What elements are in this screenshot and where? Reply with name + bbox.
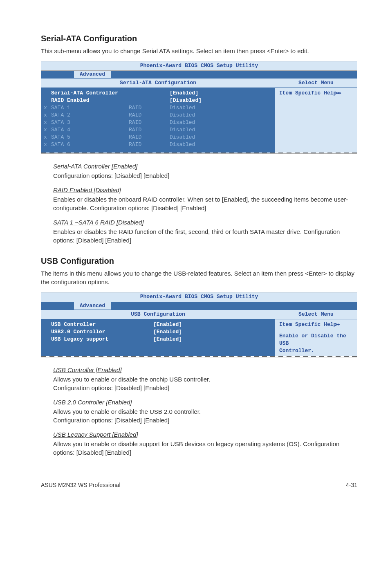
value: Disabled bbox=[170, 119, 215, 126]
bios-header-left: USB Configuration bbox=[41, 310, 275, 319]
label: SATA 2 bbox=[51, 112, 129, 119]
bios-title: Phoenix-Award BIOS CMOS Setup Utility bbox=[41, 292, 357, 302]
help-text: Item Specific Help bbox=[279, 321, 336, 328]
mid bbox=[129, 90, 170, 97]
row-usb20-controller[interactable]: USB2.0 Controller [Enabled] bbox=[51, 328, 275, 336]
option-text: Enables or disables the RAID function of… bbox=[53, 227, 357, 245]
option-heading: USB 2.0 Controller [Enabled] bbox=[53, 398, 357, 406]
row-sata3: x SATA 3 RAID Disabled bbox=[51, 119, 275, 126]
label: USB Legacy support bbox=[51, 336, 153, 343]
option-text: Allows you to enable or disable support … bbox=[53, 440, 357, 457]
option-text: Allows you to enable or disable the USB … bbox=[53, 407, 357, 424]
label: SATA 1 bbox=[51, 104, 129, 112]
label: SATA 3 bbox=[51, 119, 129, 126]
option-text: Enables or disables the onboard RAID con… bbox=[53, 195, 357, 212]
value: Disabled bbox=[170, 141, 215, 148]
row-sata5: x SATA 5 RAID Disabled bbox=[51, 134, 275, 141]
bios-tabs: Advanced bbox=[41, 71, 357, 78]
value: [Enabled] bbox=[153, 321, 198, 328]
footer-right: 4-31 bbox=[346, 481, 357, 489]
serial-ata-intro: This sub-menu allows you to change Seria… bbox=[41, 47, 357, 55]
footer-left: ASUS M2N32 WS Professional bbox=[41, 481, 121, 489]
option-block: RAID Enabled [Disabled] Enables or disab… bbox=[41, 186, 357, 212]
option-heading: SATA 1 ~SATA 6 RAID [Disabled] bbox=[53, 218, 357, 227]
label: SATA 5 bbox=[51, 134, 129, 141]
x-mark: x bbox=[44, 126, 51, 134]
tab-advanced[interactable]: Advanced bbox=[74, 302, 111, 310]
bios-title: Phoenix-Award BIOS CMOS Setup Utility bbox=[41, 61, 357, 71]
bios-body-left: USB Controller [Enabled] USB2.0 Controll… bbox=[41, 319, 275, 356]
help-text: Item Specific Help bbox=[279, 90, 336, 96]
page-footer: ASUS M2N32 WS Professional 4-31 bbox=[41, 481, 357, 489]
row-sata1: x SATA 1 RAID Disabled bbox=[51, 104, 275, 112]
label: RAID Enabled bbox=[51, 97, 129, 104]
row-usb-controller[interactable]: USB Controller [Enabled] bbox=[51, 321, 275, 328]
row-sata2: x SATA 2 RAID Disabled bbox=[51, 112, 275, 119]
mid: RAID bbox=[129, 141, 170, 148]
tab-advanced[interactable]: Advanced bbox=[74, 71, 111, 78]
option-block: USB Legacy Support [Enabled] Allows you … bbox=[41, 430, 357, 457]
mid: RAID bbox=[129, 134, 170, 141]
option-block: SATA 1 ~SATA 6 RAID [Disabled] Enables o… bbox=[41, 218, 357, 245]
bios-header-right: Select Menu bbox=[275, 310, 357, 319]
option-block: USB 2.0 Controller [Enabled] Allows you … bbox=[41, 398, 357, 424]
x-mark: x bbox=[44, 112, 51, 119]
option-text: Configuration options: [Disabled] [Enabl… bbox=[53, 171, 357, 180]
option-heading: USB Controller [Enabled] bbox=[53, 366, 357, 374]
x-mark: x bbox=[44, 104, 51, 112]
mid bbox=[129, 97, 170, 104]
row-sata6: x SATA 6 RAID Disabled bbox=[51, 141, 275, 148]
label: USB Controller bbox=[51, 321, 153, 328]
option-heading: USB Legacy Support [Enabled] bbox=[53, 430, 357, 439]
option-heading: RAID Enabled [Disabled] bbox=[53, 186, 357, 194]
bios-separator bbox=[41, 356, 357, 357]
bios-header-left: Serial-ATA Configuration bbox=[41, 78, 275, 88]
label: SATA 6 bbox=[51, 141, 129, 148]
serial-ata-heading: Serial-ATA Configuration bbox=[41, 33, 357, 44]
bios-separator bbox=[41, 153, 357, 153]
x-mark: x bbox=[44, 119, 51, 126]
row-sata4: x SATA 4 RAID Disabled bbox=[51, 126, 275, 134]
usb-intro: The items in this menu allows you to cha… bbox=[41, 269, 357, 286]
help-extra-1: Enable or Disable the USB bbox=[279, 332, 353, 347]
usb-heading: USB Configuration bbox=[41, 255, 357, 267]
arrows-icon bbox=[336, 90, 340, 96]
option-block: Serial-ATA Controller [Enabled] Configur… bbox=[41, 162, 357, 180]
row-raid-enabled[interactable]: RAID Enabled [Disabled] bbox=[51, 97, 275, 104]
bios-tabs: Advanced bbox=[41, 302, 357, 310]
value: [Enabled] bbox=[170, 90, 215, 97]
arrows-icon bbox=[336, 321, 339, 328]
label: USB2.0 Controller bbox=[51, 328, 153, 336]
option-heading: Serial-ATA Controller [Enabled] bbox=[53, 162, 357, 171]
help-extra-2: Controller. bbox=[279, 347, 353, 355]
value: Disabled bbox=[170, 134, 215, 141]
value: [Disabled] bbox=[170, 97, 215, 104]
option-block: USB Controller [Enabled] Allows you to e… bbox=[41, 366, 357, 392]
bios-serial-ata-box: Phoenix-Award BIOS CMOS Setup Utility Ad… bbox=[41, 61, 357, 154]
value: Disabled bbox=[170, 126, 215, 134]
bios-help-pane: Item Specific Help bbox=[275, 88, 357, 153]
row-usb-legacy[interactable]: USB Legacy support [Enabled] bbox=[51, 336, 275, 343]
label: Serial-ATA Controller bbox=[51, 90, 129, 97]
row-serial-ata-controller[interactable]: Serial-ATA Controller [Enabled] bbox=[51, 90, 275, 97]
option-text: Allows you to enable or disable the onch… bbox=[53, 375, 357, 392]
bios-header-right: Select Menu bbox=[275, 78, 357, 88]
bios-help-pane: Item Specific Help Enable or Disable the… bbox=[275, 319, 357, 356]
mid: RAID bbox=[129, 112, 170, 119]
x-mark: x bbox=[44, 141, 51, 148]
x-mark: x bbox=[44, 134, 51, 141]
label: SATA 4 bbox=[51, 126, 129, 134]
value: Disabled bbox=[170, 104, 215, 112]
mid: RAID bbox=[129, 126, 170, 134]
bios-usb-box: Phoenix-Award BIOS CMOS Setup Utility Ad… bbox=[41, 292, 357, 357]
value: [Enabled] bbox=[153, 336, 198, 343]
bios-body-left: Serial-ATA Controller [Enabled] RAID Ena… bbox=[41, 88, 275, 153]
value: Disabled bbox=[170, 112, 215, 119]
value: [Enabled] bbox=[153, 328, 198, 336]
mid: RAID bbox=[129, 119, 170, 126]
mid: RAID bbox=[129, 104, 170, 112]
